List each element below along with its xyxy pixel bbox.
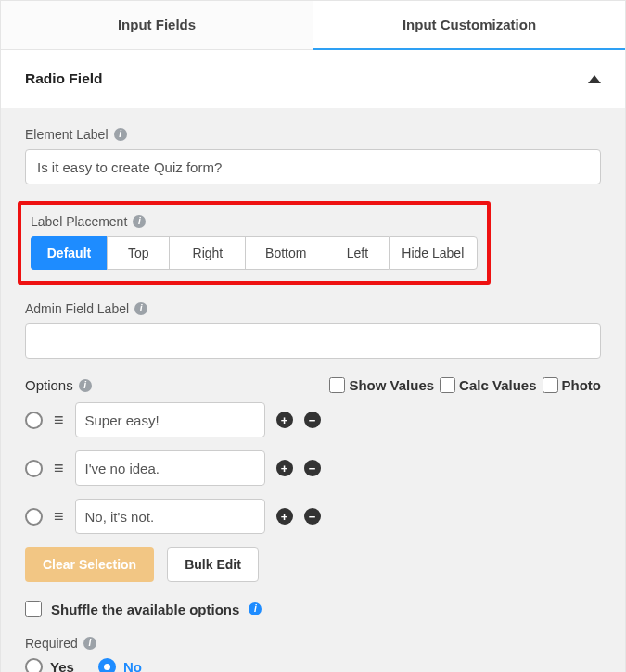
add-option-button[interactable]: + [276, 460, 293, 476]
element-label-input[interactable] [25, 149, 601, 184]
admin-field-label-text: Admin Field Label [25, 301, 129, 316]
option-radio[interactable] [25, 460, 43, 477]
drag-handle-icon[interactable]: ≡ [54, 514, 64, 519]
tab-input-fields[interactable]: Input Fields [1, 1, 313, 50]
placement-left[interactable]: Left [326, 236, 388, 270]
info-icon[interactable]: i [249, 602, 262, 615]
placement-hide[interactable]: Hide Label [389, 236, 478, 270]
placement-default[interactable]: Default [31, 236, 107, 270]
remove-option-button[interactable]: − [304, 508, 321, 525]
shuffle-label: Shuffle the available options [51, 602, 239, 617]
remove-option-button[interactable]: − [304, 460, 321, 476]
label-placement-text: Label Placement [31, 214, 127, 229]
required-text: Required [25, 636, 78, 651]
label-placement-group: Default Top Right Bottom Left Hide Label [31, 236, 478, 270]
chevron-up-icon [588, 75, 601, 83]
drag-handle-icon[interactable]: ≡ [54, 466, 64, 471]
label-placement-label: Label Placement i [31, 214, 478, 229]
radio-icon [25, 658, 43, 672]
bulk-edit-button[interactable]: Bulk Edit [167, 547, 259, 582]
tab-input-customization[interactable]: Input Customization [313, 1, 625, 50]
option-input[interactable] [75, 450, 265, 486]
placement-bottom[interactable]: Bottom [245, 236, 326, 270]
calc-values-checkbox[interactable]: Calc Values [440, 377, 536, 393]
info-icon[interactable]: i [83, 637, 96, 650]
info-icon[interactable]: i [114, 128, 127, 141]
placement-right[interactable]: Right [169, 236, 245, 270]
add-option-button[interactable]: + [276, 412, 293, 428]
clear-selection-button[interactable]: Clear Selection [25, 547, 154, 582]
add-option-button[interactable]: + [276, 508, 293, 525]
show-values-checkbox[interactable]: Show Values [329, 377, 434, 393]
info-icon[interactable]: i [133, 215, 146, 228]
panel-title: Radio Field [25, 70, 103, 87]
admin-field-label-input[interactable] [25, 323, 601, 359]
accordion-header[interactable]: Radio Field [1, 50, 625, 108]
option-input[interactable] [75, 499, 265, 534]
placement-top[interactable]: Top [107, 236, 169, 270]
tabs: Input Fields Input Customization [1, 1, 625, 50]
option-row: ≡ + − [25, 450, 601, 486]
option-input[interactable] [75, 402, 265, 437]
option-radio[interactable] [25, 412, 43, 429]
option-radio[interactable] [25, 508, 43, 526]
drag-handle-icon[interactable]: ≡ [54, 418, 64, 423]
option-row: ≡ + − [25, 499, 601, 534]
admin-field-label-label: Admin Field Label i [25, 301, 601, 316]
required-label: Required i [25, 636, 601, 651]
required-no[interactable]: No [98, 658, 142, 672]
label-placement-highlight: Label Placement i Default Top Right Bott… [18, 201, 491, 285]
options-label: Options [25, 377, 73, 393]
option-row: ≡ + − [25, 402, 601, 437]
required-yes[interactable]: Yes [25, 658, 74, 672]
info-icon[interactable]: i [79, 379, 92, 392]
element-label-text: Element Label [25, 127, 109, 142]
radio-icon [98, 658, 116, 672]
shuffle-checkbox[interactable] [25, 601, 42, 617]
remove-option-button[interactable]: − [304, 412, 321, 428]
photo-checkbox[interactable]: Photo [543, 377, 602, 393]
element-label-label: Element Label i [25, 127, 601, 142]
info-icon[interactable]: i [134, 302, 147, 315]
